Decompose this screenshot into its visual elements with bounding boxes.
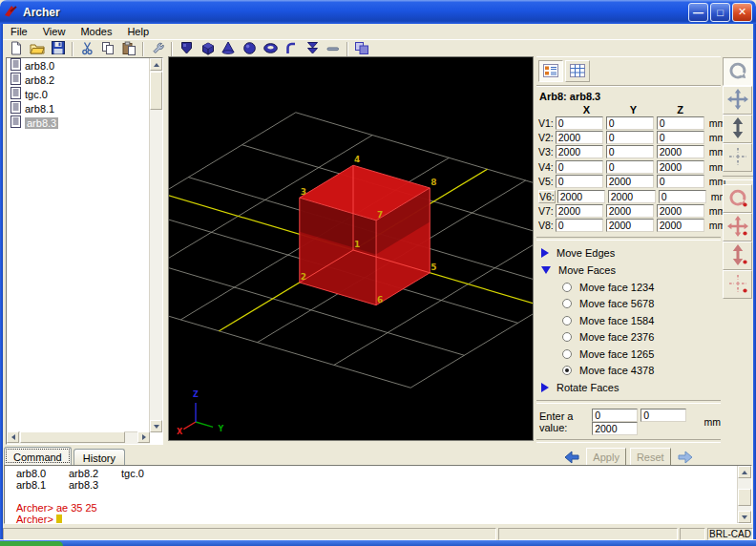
prim-extrude-button[interactable] [302,41,323,57]
vertex-coordinate-field[interactable] [657,175,704,188]
console-output[interactable]: arb8.0arb8.2tgc.0arb8.1arb8.3 Archer> ae… [5,466,738,523]
prim-sphere-button[interactable] [239,41,260,57]
wrench-button[interactable] [147,41,168,57]
vertex-coordinate-field[interactable] [556,131,603,144]
radio-button[interactable] [562,299,572,308]
open-button[interactable] [27,41,48,57]
vertex-coordinate-field[interactable] [556,160,603,174]
vertex-coordinate-field[interactable] [657,145,704,158]
radio-button[interactable] [562,349,572,359]
scroll-thumb[interactable] [738,489,751,506]
vertex-coordinate-field[interactable] [657,160,704,174]
vertex-coordinate-field[interactable] [606,204,654,218]
radio-option[interactable]: Move face 4378 [562,363,721,380]
radio-option[interactable]: Move face 5678 [562,296,721,313]
value-entry-field[interactable] [640,409,686,422]
text-cursor[interactable] [56,514,62,523]
vertex-coordinate-field[interactable] [657,204,704,218]
paste-button[interactable] [118,41,139,57]
scroll-up-button[interactable] [738,466,751,478]
prim-torus-button[interactable] [260,41,281,57]
vertex-coordinate-field[interactable] [606,219,654,232]
vertex-coordinate-field[interactable] [659,190,706,203]
tree-item-arb8.2[interactable]: arb8.2 [7,73,162,87]
tree-item-arb8.1[interactable]: arb8.1 [7,101,162,116]
prev-arrow-button[interactable] [561,448,582,466]
radio-button[interactable] [562,283,572,292]
scroll-down-button[interactable] [150,420,162,432]
vertex-coordinate-field[interactable] [608,190,656,203]
value-entry-field[interactable] [592,409,638,422]
value-entry-field[interactable] [592,422,638,435]
scroll-right-button[interactable] [137,431,150,443]
tree-item-arb8.3[interactable]: arb8.3 [7,116,162,130]
new-file-button[interactable] [6,41,27,57]
vertex-coordinate-field[interactable] [557,190,605,203]
prim-pipe-button[interactable] [281,41,302,57]
vertex-coordinate-field[interactable] [606,160,654,174]
vertex-coordinate-field[interactable] [556,116,603,130]
scroll-left-button[interactable] [7,431,19,443]
vertex-coordinate-field[interactable] [556,145,603,158]
radio-option[interactable]: Move face 1265 [562,346,721,363]
prim-arb8-button[interactable] [176,41,197,57]
maximize-button[interactable]: □ [710,3,730,22]
center-object-button[interactable] [723,270,752,299]
apply-button[interactable]: Apply [586,448,626,466]
reset-button[interactable]: Reset [630,448,671,466]
tree-item-arb8.0[interactable]: arb8.0 [7,58,162,73]
tree-vertical-scrollbar[interactable] [149,58,162,432]
radio-button[interactable] [562,316,572,326]
vertex-coordinate-field[interactable] [657,219,704,232]
vertex-coordinate-field[interactable] [606,145,654,158]
prim-cone-button[interactable] [218,41,239,57]
cut-button[interactable] [76,41,97,57]
console-scrollbar[interactable] [737,466,751,523]
rotate-view-button[interactable] [723,57,752,86]
vertex-coordinate-field[interactable] [606,116,654,130]
radio-option[interactable]: Move face 1584 [562,312,721,329]
scroll-up-button[interactable] [150,58,162,71]
radio-option[interactable]: Move face 1234 [562,279,721,296]
close-button[interactable]: ✕ [732,3,752,22]
vertex-coordinate-field[interactable] [606,175,654,188]
vertex-coordinate-field[interactable] [556,219,603,232]
center-view-button[interactable] [723,143,752,172]
tab-history[interactable]: History [74,449,125,465]
translate-view-button[interactable] [723,86,752,115]
prim-line-button[interactable] [323,41,344,57]
radio-button[interactable] [562,332,572,342]
rotate-object-button[interactable] [723,184,752,213]
vertex-coordinate-field[interactable] [606,131,654,144]
copy-button[interactable] [97,41,118,57]
toggle-layout-button[interactable] [351,41,372,57]
vertex-coordinate-field[interactable] [556,204,603,218]
section-move-edges[interactable]: Move Edges [536,244,721,262]
vertex-coordinate-field[interactable] [556,175,603,188]
vertex-coordinate-field[interactable] [657,116,704,130]
tree-item-tgc.0[interactable]: tgc.0 [7,87,162,101]
vertex-coordinate-field[interactable] [657,131,704,144]
scroll-down-button[interactable] [738,511,751,523]
3d-viewport[interactable]: 12345678XYZ [168,56,534,441]
prim-cube-button[interactable] [197,41,218,57]
save-button[interactable] [48,41,69,57]
tree-horizontal-scrollbar[interactable] [7,431,150,444]
minimize-button[interactable]: — [688,3,708,22]
tab-command[interactable]: Command [4,447,72,465]
section-rotate-faces[interactable]: Rotate Faces [536,379,721,396]
3d-view-canvas[interactable]: 12345678XYZ [169,57,533,440]
title-bar[interactable]: Archer — □ ✕ [0,0,756,24]
scroll-thumb[interactable] [150,72,162,110]
windows-taskbar[interactable] [0,540,756,546]
start-button[interactable] [0,541,63,546]
scroll-thumb[interactable] [20,431,125,443]
translate-object-button[interactable] [723,213,752,242]
section-move-faces[interactable]: Move Faces [536,262,721,279]
radio-option[interactable]: Move face 2376 [562,329,721,346]
scale-view-button[interactable] [723,115,752,143]
menu-help[interactable]: Help [119,25,157,38]
menu-file[interactable]: File [3,25,35,38]
next-arrow-button[interactable] [675,448,696,466]
table-view-toggle-button[interactable] [565,60,590,82]
